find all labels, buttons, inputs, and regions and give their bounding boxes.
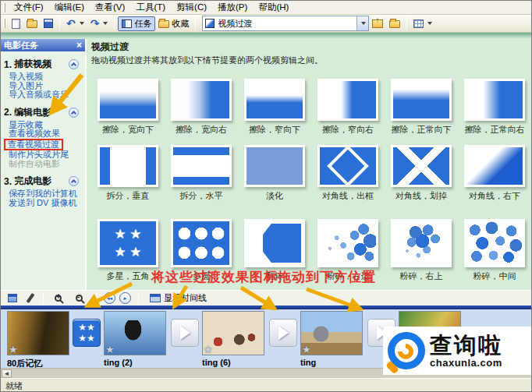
sidebar-item-view-transitions[interactable]: 查看视频过渡 [4, 139, 63, 151]
transition-item[interactable]: 淡化 [238, 145, 311, 202]
show-timeline-button[interactable]: 显示时间线 [146, 291, 211, 305]
transition-thumbnail[interactable] [244, 145, 305, 187]
sidebar-item-automovie: 制作自动电影 [9, 160, 83, 169]
transition-thumbnail[interactable] [171, 219, 232, 267]
sidebar-item-import-video[interactable]: 导入视频 [9, 72, 83, 82]
menu-play[interactable]: 播放(P) [212, 0, 253, 15]
clip-thumbnail[interactable] [7, 311, 69, 355]
transition-item[interactable]: 粉碎，右上 [385, 219, 458, 282]
transition-thumbnail[interactable] [171, 145, 232, 187]
transition-thumbnail[interactable] [171, 79, 232, 121]
transition-slot-empty[interactable] [269, 319, 297, 347]
transition-item[interactable]: 对角线，出框 [311, 145, 385, 202]
tasks-button[interactable]: 任务 [118, 16, 155, 31]
clip-thumbnail[interactable] [104, 311, 166, 355]
transition-thumbnail[interactable] [98, 145, 158, 187]
toolbar-separator [59, 17, 60, 30]
zoom-in-button[interactable]: + [51, 294, 68, 302]
close-icon[interactable]: × [76, 40, 82, 51]
transition-item[interactable]: 拆分，垂直 [91, 145, 165, 202]
collections-tree-button[interactable] [386, 16, 403, 31]
up-one-level-button[interactable] [369, 16, 386, 31]
transition-slot-empty[interactable] [171, 319, 199, 347]
menu-help[interactable]: 帮助(H) [253, 0, 294, 15]
transition-label: 拆分，垂直 [107, 190, 150, 202]
menu-tools[interactable]: 工具(T) [130, 0, 171, 15]
storyboard-clip[interactable]: ting (2) [104, 311, 166, 367]
clip-thumbnail[interactable] [202, 311, 264, 355]
collections-button[interactable]: 收藏 [155, 16, 192, 31]
section-title: 捕获视频 [14, 58, 51, 71]
menu-view[interactable]: 查看(V) [90, 0, 130, 15]
menu-file[interactable]: 文件(F) [9, 0, 49, 15]
transition-item[interactable]: 擦除，宽向右 [165, 79, 238, 136]
narration-button[interactable] [25, 292, 36, 304]
collapse-button[interactable] [69, 108, 79, 118]
save-project-button[interactable] [41, 16, 56, 31]
play-button[interactable]: ▸ [119, 292, 131, 304]
toolbar-grip [3, 3, 5, 12]
save-floppy-icon [44, 19, 53, 28]
transition-thumbnail[interactable] [317, 79, 378, 121]
transition-label: 对角线，右下 [469, 190, 520, 202]
transition-item[interactable]: 擦除，宽向下 [91, 79, 165, 136]
transition-thumbnail[interactable] [464, 219, 525, 267]
storyboard-view-button[interactable] [4, 293, 21, 303]
scroll-left-button[interactable]: ◄ [2, 369, 12, 378]
transition-thumbnail[interactable] [391, 79, 452, 121]
transition-thumbnail[interactable] [98, 79, 158, 121]
transition-item[interactable]: 对角线，划掉 [385, 145, 458, 202]
page-subtitle: 拖动视频过渡并将其放到以下情节提要的两个视频剪辑之间。 [91, 55, 531, 66]
transition-item[interactable]: 擦除，正常向下 [385, 79, 458, 136]
transition-thumbnail[interactable] [464, 79, 525, 121]
storyboard-icon [8, 294, 17, 302]
transition-thumbnail[interactable] [98, 219, 158, 267]
storyboard-clip[interactable]: ting (6) [202, 311, 264, 367]
transition-label: 淡化 [266, 190, 283, 202]
storyboard-clip[interactable]: 80后记忆 [7, 311, 69, 369]
undo-button[interactable] [63, 16, 87, 31]
sidebar-item-view-effects[interactable]: 查看视频效果 [9, 129, 83, 139]
transition-thumbnail[interactable] [464, 145, 525, 187]
transition-thumbnail[interactable] [391, 219, 452, 267]
menu-clip[interactable]: 剪辑(C) [171, 0, 212, 15]
zoom-out-button[interactable]: - [72, 294, 89, 302]
collapse-button[interactable] [69, 176, 79, 186]
transition-item[interactable]: 擦除，窄向右 [311, 79, 385, 136]
transition-thumbnail[interactable] [391, 145, 452, 187]
clip-thumbnail[interactable] [300, 311, 363, 355]
views-button[interactable] [410, 16, 435, 31]
open-folder-icon [27, 20, 37, 28]
plus-glyph: + [56, 293, 61, 301]
open-project-button[interactable] [23, 16, 41, 31]
collection-dropdown[interactable]: 视频过渡 [202, 16, 369, 31]
transition-item[interactable]: 对角线，右下 [458, 145, 531, 202]
transition-thumbnail[interactable] [244, 79, 305, 121]
sidebar-item-send-to-dv[interactable]: 发送到 DV 摄像机 [9, 199, 83, 208]
toolbar-grip [3, 19, 5, 28]
transition-item[interactable]: 粉碎，中间 [458, 219, 531, 282]
sidebar-item-import-audio[interactable]: 导入音频或音乐 [9, 90, 83, 100]
section-finish-movie: 3. 完成电影 [4, 175, 83, 188]
page-title: 视频过渡 [91, 41, 531, 54]
transition-item[interactable]: 擦除，正常向右 [458, 79, 531, 136]
transition-slot-stars[interactable] [73, 319, 101, 347]
rewind-button[interactable]: ◂◂ [104, 292, 115, 304]
new-project-button[interactable] [9, 16, 23, 31]
transition-item[interactable]: 擦除，窄向下 [238, 79, 311, 136]
chevron-up-icon [71, 62, 76, 68]
collapse-button[interactable] [69, 59, 79, 69]
storyboard-clip[interactable]: ting [300, 311, 363, 367]
transition-thumbnail[interactable] [317, 219, 378, 267]
menu-edit[interactable]: 编辑(E) [49, 0, 90, 15]
dropdown-arrow-button[interactable] [356, 16, 368, 30]
transition-thumbnail[interactable] [244, 219, 305, 267]
sidebar-item-make-titles[interactable]: 制作片头或片尾 [9, 150, 83, 160]
transition-item[interactable]: 拆分，水平 [165, 145, 238, 202]
sidebar-item-save-to-computer[interactable]: 保存到我的计算机 [9, 189, 83, 199]
transition-thumbnail[interactable] [317, 145, 378, 187]
clip-name: ting (6) [202, 358, 264, 367]
redo-button[interactable] [87, 16, 112, 31]
section-title: 完成电影 [14, 175, 51, 188]
split-vertical-icon [100, 147, 156, 185]
